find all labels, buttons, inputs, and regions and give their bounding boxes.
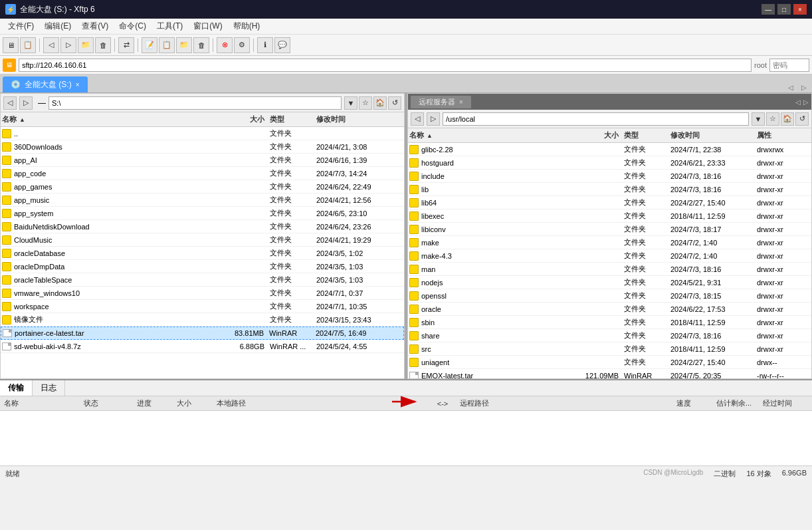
left-file-row[interactable]: oracleDmpData 文件夹 2024/3/5, 1:03 (1, 260, 404, 273)
left-header-name[interactable]: 名称 ▲ (2, 114, 217, 124)
left-nav-btn1[interactable]: ▼ (344, 96, 357, 110)
left-nav-refresh[interactable]: ↺ (388, 96, 401, 110)
password-input[interactable] (769, 59, 809, 72)
right-file-row[interactable]: hostguard 文件夹 2024/6/21, 23:33 drwxr-xr (408, 156, 811, 170)
left-file-row[interactable]: CloudMusic 文件夹 2024/4/21, 19:29 (1, 233, 404, 247)
right-file-row[interactable]: src 文件夹 2018/4/11, 12:59 drwxr-xr (408, 342, 811, 356)
right-nav-home[interactable]: 🏠 (781, 112, 794, 126)
right-nav-btn1[interactable]: ▼ (752, 112, 765, 126)
file-name: glibc-2.28 (409, 145, 571, 154)
menu-view[interactable]: 查看(V) (76, 19, 114, 33)
close-button[interactable]: × (793, 4, 807, 15)
remote-nav-right[interactable]: ▷ (803, 98, 809, 106)
right-file-row[interactable]: sbin 文件夹 2018/4/11, 12:59 drwxr-xr (408, 316, 811, 329)
bottom-tab-transfer[interactable]: 传输 (0, 380, 33, 396)
left-nav-star[interactable]: ☆ (359, 96, 372, 110)
left-header-type[interactable]: 类型 (270, 114, 316, 124)
right-file-row[interactable]: libexec 文件夹 2018/4/11, 12:59 drwxr-xr (408, 209, 811, 223)
left-file-row[interactable]: app_AI 文件夹 2024/6/16, 1:39 (1, 154, 404, 167)
menu-window[interactable]: 窗口(W) (188, 19, 227, 33)
left-tab-active[interactable]: 💿 全能大盘 (S:) × (3, 76, 88, 92)
left-file-row[interactable]: app_system 文件夹 2024/6/5, 23:10 (1, 207, 404, 220)
right-file-row[interactable]: uniagent 文件夹 2024/2/27, 15:40 drwx-- (408, 356, 811, 369)
toolbar-info[interactable]: ℹ (257, 37, 273, 53)
remote-tab-active[interactable]: 远程服务器 × (411, 96, 471, 108)
right-nav-refresh[interactable]: ↺ (795, 112, 809, 126)
left-file-row[interactable]: app_code 文件夹 2024/7/3, 14:24 (1, 167, 404, 180)
left-header-size[interactable]: 大小 (217, 114, 270, 124)
left-nav-home[interactable]: 🏠 (373, 96, 387, 110)
toolbar-btn10[interactable]: 📁 (176, 37, 192, 53)
left-file-row[interactable]: portainer-ce-latest.tar 83.81MB WinRAR 2… (1, 327, 404, 340)
toolbar-new-session[interactable]: 🖥 (3, 37, 19, 53)
right-file-row[interactable]: make 文件夹 2024/7/2, 1:40 drwxr-xr (408, 236, 811, 249)
toolbar-btn3[interactable]: ◁ (43, 37, 59, 53)
toolbar-btn6[interactable]: 🗑 (95, 37, 111, 53)
right-file-row[interactable]: lib64 文件夹 2024/2/27, 15:40 drwxr-xr (408, 196, 811, 209)
menu-edit[interactable]: 编辑(E) (39, 19, 76, 33)
left-file-row[interactable]: app_music 文件夹 2024/4/21, 12:56 (1, 194, 404, 207)
left-file-row[interactable]: oracleDatabase 文件夹 2024/3/5, 1:02 (1, 247, 404, 260)
address-input[interactable] (19, 59, 752, 72)
toolbar-btn4[interactable]: ▷ (60, 37, 76, 53)
toolbar-help[interactable]: 💬 (274, 37, 290, 53)
maximize-button[interactable]: □ (777, 4, 791, 15)
left-file-row[interactable]: app_games 文件夹 2024/6/24, 22:49 (1, 180, 404, 194)
toolbar-btn2[interactable]: 📋 (20, 37, 36, 53)
left-file-row[interactable]: workspace 文件夹 2024/7/1, 10:35 (1, 300, 404, 313)
menu-help[interactable]: 帮助(H) (228, 19, 266, 33)
remote-nav-left[interactable]: ◁ (795, 98, 801, 106)
tab-nav-left[interactable]: ◁ (785, 82, 796, 92)
left-file-row[interactable]: BaiduNetdiskDownload 文件夹 2024/6/24, 23:2… (1, 220, 404, 233)
right-file-row[interactable]: nodejs 文件夹 2024/5/21, 9:31 drwxr-xr (408, 276, 811, 289)
right-file-row[interactable]: include 文件夹 2024/7/3, 18:16 drwxr-xr (408, 170, 811, 183)
right-file-row[interactable]: openssl 文件夹 2024/7/3, 18:15 drwxr-xr (408, 289, 811, 303)
toolbar-stop[interactable]: ⊗ (217, 37, 233, 53)
left-file-row[interactable]: .. 文件夹 (1, 127, 404, 140)
left-file-row[interactable]: oracleTableSpace 文件夹 2024/3/5, 1:03 (1, 273, 404, 287)
folder-icon (2, 302, 11, 311)
toolbar-btn11[interactable]: 🗑 (193, 37, 209, 53)
left-file-row[interactable]: vmware_windows10 文件夹 2024/7/1, 0:37 (1, 287, 404, 300)
toolbar-btn8[interactable]: 📝 (142, 37, 157, 53)
file-date: 2024/7/3, 18:16 (670, 265, 757, 273)
right-file-row[interactable]: libiconv 文件夹 2024/7/3, 18:17 drwxr-xr (408, 223, 811, 236)
file-name: 360Downloads (2, 142, 217, 152)
right-nav-forward[interactable]: ▷ (427, 112, 440, 126)
left-header-date[interactable]: 修改时间 (316, 114, 403, 124)
left-nav-back[interactable]: ◁ (3, 96, 17, 110)
tab-nav-right[interactable]: ▷ (799, 82, 809, 92)
right-file-row[interactable]: glibc-2.28 文件夹 2024/7/1, 22:38 drwxrwx (408, 143, 811, 156)
left-file-row[interactable]: sd-webui-aki-v4.8.7z 6.88GB WinRAR ... 2… (1, 340, 404, 353)
bottom-tab-log[interactable]: 日志 (33, 380, 65, 396)
right-path-input[interactable] (443, 112, 749, 126)
right-file-row[interactable]: EMQX-latest.tar 121.09MB WinRAR 2024/7/5… (408, 369, 811, 378)
right-header-date[interactable]: 修改时间 (670, 130, 757, 140)
right-file-row[interactable]: make-4.3 文件夹 2024/7/2, 1:40 drwxr-xr (408, 249, 811, 263)
tab-close-button[interactable]: × (76, 81, 80, 88)
right-nav-star[interactable]: ☆ (766, 112, 779, 126)
menu-tools[interactable]: 工具(T) (152, 19, 188, 33)
minimize-button[interactable]: — (761, 4, 775, 15)
left-file-row[interactable]: 镜像文件 文件夹 2024/3/15, 23:43 (1, 313, 404, 327)
left-path-input[interactable] (49, 96, 342, 110)
right-file-row[interactable]: man 文件夹 2024/7/3, 18:16 drwxr-xr (408, 263, 811, 276)
right-header-type[interactable]: 类型 (624, 130, 670, 140)
remote-tab-close[interactable]: × (459, 98, 463, 106)
right-file-row[interactable]: oracle 文件夹 2024/6/22, 17:53 drwxr-xr (408, 303, 811, 316)
toolbar-btn9[interactable]: 📋 (159, 37, 175, 53)
right-file-row[interactable]: lib 文件夹 2024/7/3, 18:16 drwxr-xr (408, 183, 811, 196)
toolbar-btn5[interactable]: 📁 (78, 37, 94, 53)
right-nav-back[interactable]: ◁ (411, 112, 424, 126)
left-nav-forward[interactable]: ▷ (19, 96, 33, 110)
left-file-row[interactable]: 360Downloads 文件夹 2024/4/21, 3:08 (1, 140, 404, 154)
right-header-size[interactable]: 大小 (571, 130, 624, 140)
right-header-name[interactable]: 名称 ▲ (409, 130, 571, 140)
right-file-row[interactable]: share 文件夹 2024/7/3, 18:16 drwxr-xr (408, 329, 811, 342)
menu-file[interactable]: 文件(F) (3, 19, 39, 33)
toolbar-settings[interactable]: ⚙ (234, 37, 250, 53)
right-header-attr[interactable]: 属性 (757, 130, 810, 140)
menu-command[interactable]: 命令(C) (114, 19, 152, 33)
toolbar: 🖥 📋 ◁ ▷ 📁 🗑 ⇄ 📝 📋 📁 🗑 ⊗ ⚙ ℹ 💬 (0, 35, 812, 56)
toolbar-btn7[interactable]: ⇄ (118, 37, 134, 53)
